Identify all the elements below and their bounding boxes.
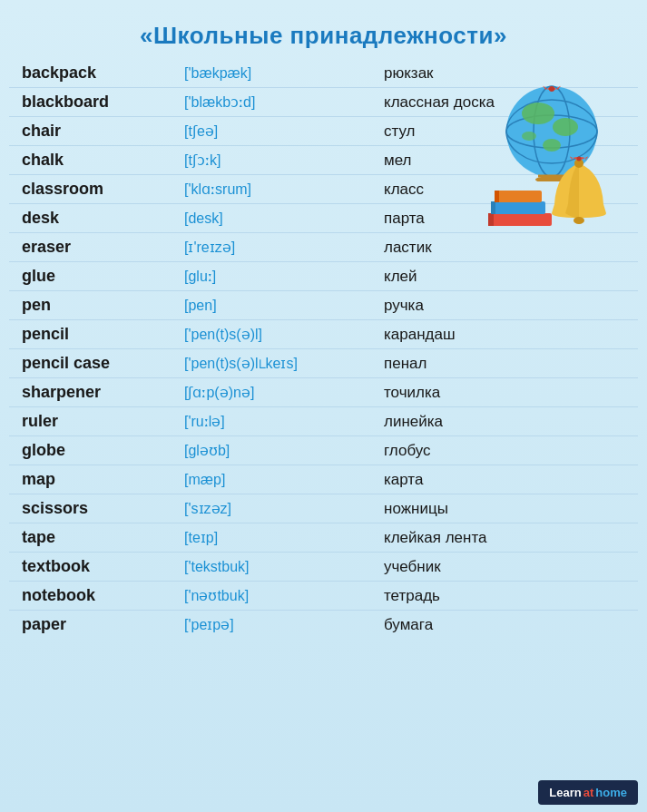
word-russian: ластик xyxy=(377,233,638,262)
table-row: map [mæp] карта xyxy=(9,465,638,494)
word-russian: глобус xyxy=(377,436,638,465)
table-row: pencil case ['pen(t)s(ə)l˪keɪs] пенал xyxy=(9,349,638,378)
word-russian: клейкая лента xyxy=(377,523,638,553)
word-transcription: ['tekstbuk] xyxy=(177,553,377,582)
word-russian: стул xyxy=(377,117,638,146)
word-transcription: ['blækbɔːd] xyxy=(177,88,377,117)
word-transcription: [gləʊb] xyxy=(177,436,377,465)
vocabulary-table-container: backpack ['bækpæk] рюкзак blackboard ['b… xyxy=(0,59,647,639)
word-english: sharpener xyxy=(9,378,177,407)
word-russian: рюкзак xyxy=(377,59,638,88)
word-transcription: ['klɑːsrum] xyxy=(177,175,377,204)
table-row: chair [tʃeə] стул xyxy=(9,117,638,146)
word-english: textbook xyxy=(9,553,177,582)
word-english: eraser xyxy=(9,233,177,262)
word-english: pen xyxy=(9,291,177,320)
badge-learn: Learn xyxy=(549,786,581,799)
word-russian: пенал xyxy=(377,349,638,378)
word-transcription: ['sɪzəz] xyxy=(177,494,377,523)
word-russian: карта xyxy=(377,465,638,494)
table-row: eraser [ɪ'reɪzə] ластик xyxy=(9,233,638,262)
word-russian: тетрадь xyxy=(377,582,638,611)
word-russian: класс xyxy=(377,175,638,204)
badge-home: home xyxy=(595,786,627,799)
table-row: notebook ['nəʊtbuk] тетрадь xyxy=(9,582,638,611)
word-russian: ручка xyxy=(377,291,638,320)
word-english: classroom xyxy=(9,175,177,204)
table-row: glue [gluː] клей xyxy=(9,262,638,291)
word-english: backpack xyxy=(9,59,177,88)
word-transcription: [tʃɔːk] xyxy=(177,146,377,175)
table-row: desk [desk] парта xyxy=(9,204,638,233)
table-row: classroom ['klɑːsrum] класс xyxy=(9,175,638,204)
table-row: textbook ['tekstbuk] учебник xyxy=(9,553,638,582)
table-row: sharpener [ʃɑːp(ə)nə] точилка xyxy=(9,378,638,407)
word-english: desk xyxy=(9,204,177,233)
word-english: map xyxy=(9,465,177,494)
word-english: ruler xyxy=(9,407,177,436)
word-english: tape xyxy=(9,523,177,553)
word-russian: учебник xyxy=(377,553,638,582)
word-english: chalk xyxy=(9,146,177,175)
word-transcription: [mæp] xyxy=(177,465,377,494)
word-transcription: [teɪp] xyxy=(177,523,377,553)
word-transcription: [desk] xyxy=(177,204,377,233)
word-russian: ножницы xyxy=(377,494,638,523)
word-russian: мел xyxy=(377,146,638,175)
word-english: pencil xyxy=(9,320,177,349)
word-transcription: [pen] xyxy=(177,291,377,320)
table-row: globe [gləʊb] глобус xyxy=(9,436,638,465)
word-transcription: [ʃɑːp(ə)nə] xyxy=(177,378,377,407)
word-russian: клей xyxy=(377,262,638,291)
word-russian: линейка xyxy=(377,407,638,436)
word-russian: точилка xyxy=(377,378,638,407)
badge-at: at xyxy=(583,786,594,799)
word-transcription: [ɪ'reɪzə] xyxy=(177,233,377,262)
word-transcription: ['peɪpə] xyxy=(177,611,377,640)
word-transcription: ['pen(t)s(ə)l] xyxy=(177,320,377,349)
table-row: blackboard ['blækbɔːd] классная доска xyxy=(9,88,638,117)
word-russian: карандаш xyxy=(377,320,638,349)
vocabulary-table: backpack ['bækpæk] рюкзак blackboard ['b… xyxy=(9,59,638,639)
footer-badge: Learn at home xyxy=(538,780,638,805)
word-russian: парта xyxy=(377,204,638,233)
word-english: paper xyxy=(9,611,177,640)
word-english: scissors xyxy=(9,494,177,523)
word-russian: бумага xyxy=(377,611,638,640)
table-row: chalk [tʃɔːk] мел xyxy=(9,146,638,175)
word-transcription: ['ruːlə] xyxy=(177,407,377,436)
word-russian: классная доска xyxy=(377,88,638,117)
table-row: scissors ['sɪzəz] ножницы xyxy=(9,494,638,523)
word-english: pencil case xyxy=(9,349,177,378)
word-transcription: ['nəʊtbuk] xyxy=(177,582,377,611)
table-row: tape [teɪp] клейкая лента xyxy=(9,523,638,553)
word-english: chair xyxy=(9,117,177,146)
table-row: pen [pen] ручка xyxy=(9,291,638,320)
word-transcription: [tʃeə] xyxy=(177,117,377,146)
table-row: ruler ['ruːlə] линейка xyxy=(9,407,638,436)
page-wrapper: «Школьные принадлежности» xyxy=(0,0,647,812)
page-title: «Школьные принадлежности» xyxy=(0,9,647,59)
table-row: pencil ['pen(t)s(ə)l] карандаш xyxy=(9,320,638,349)
table-row: paper ['peɪpə] бумага xyxy=(9,611,638,640)
word-english: globe xyxy=(9,436,177,465)
word-english: blackboard xyxy=(9,88,177,117)
word-english: notebook xyxy=(9,582,177,611)
word-transcription: ['bækpæk] xyxy=(177,59,377,88)
word-english: glue xyxy=(9,262,177,291)
word-transcription: [gluː] xyxy=(177,262,377,291)
word-transcription: ['pen(t)s(ə)l˪keɪs] xyxy=(177,349,377,378)
table-row: backpack ['bækpæk] рюкзак xyxy=(9,59,638,88)
